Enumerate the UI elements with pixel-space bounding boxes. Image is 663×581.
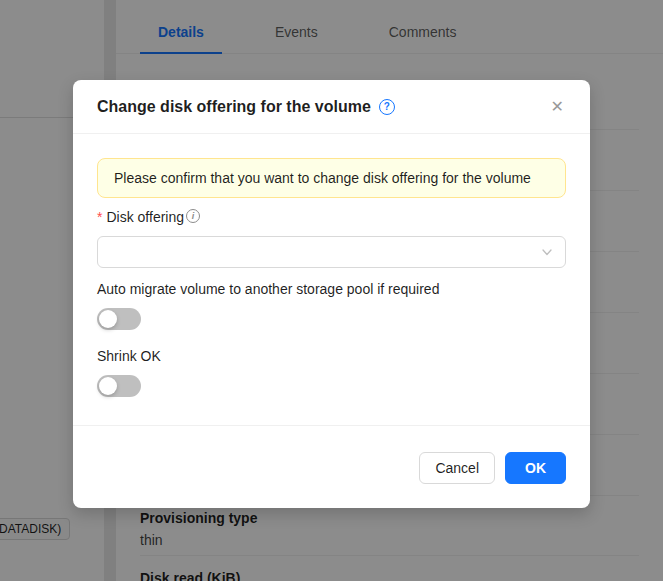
disk-offering-label: Disk offering xyxy=(106,206,184,228)
info-icon[interactable]: i xyxy=(186,209,200,223)
shrink-ok-label: Shrink OK xyxy=(97,345,566,367)
auto-migrate-label: Auto migrate volume to another storage p… xyxy=(97,278,566,300)
required-mark: * xyxy=(97,206,102,228)
cancel-button[interactable]: Cancel xyxy=(419,452,495,484)
chevron-down-icon xyxy=(541,246,553,258)
close-icon[interactable]: ✕ xyxy=(547,95,568,119)
change-disk-offering-modal: Change disk offering for the volume ? ✕ … xyxy=(73,80,590,508)
confirm-alert-text: Please confirm that you want to change d… xyxy=(114,170,531,186)
modal-body: Please confirm that you want to change d… xyxy=(73,158,590,425)
ok-button[interactable]: OK xyxy=(505,452,566,484)
confirm-alert: Please confirm that you want to change d… xyxy=(97,158,566,198)
disk-offering-label-row: * Disk offering i xyxy=(97,206,566,228)
toggle-knob xyxy=(99,377,117,395)
auto-migrate-toggle[interactable] xyxy=(97,308,141,330)
help-icon[interactable]: ? xyxy=(379,99,395,115)
disk-offering-select[interactable] xyxy=(97,236,566,268)
shrink-ok-toggle[interactable] xyxy=(97,375,141,397)
toggle-knob xyxy=(99,310,117,328)
spacer xyxy=(97,397,566,425)
modal-header: Change disk offering for the volume ? ✕ xyxy=(73,80,590,134)
modal-title: Change disk offering for the volume xyxy=(97,98,371,116)
modal-footer: Cancel OK xyxy=(73,425,590,508)
